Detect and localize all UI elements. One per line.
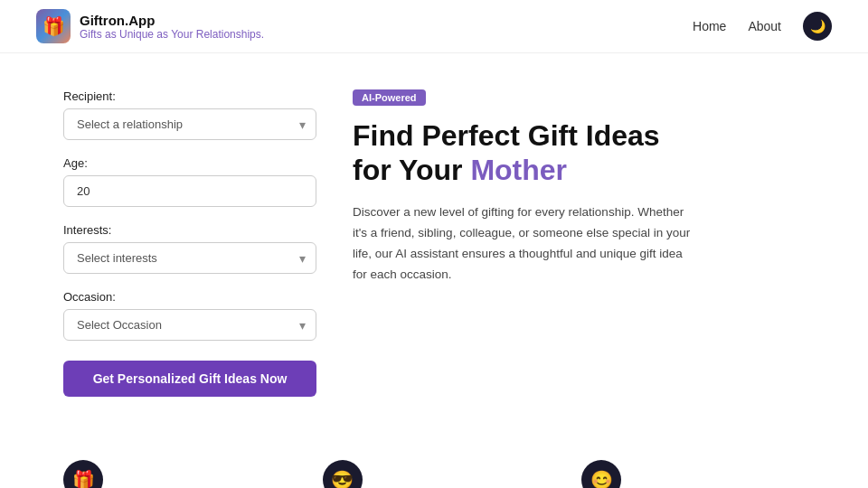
hero-heading-line1: Find Perfect Gift Ideas	[353, 119, 660, 152]
brand-subtitle: Gifts as Unique as Your Relationships.	[80, 28, 264, 41]
feature-item-2: 😊 Delightful Surprises Every Time Elevat…	[581, 460, 805, 488]
occasion-select-wrapper: Select Occasion Birthday Christmas Anniv…	[63, 309, 316, 341]
occasion-label: Occasion:	[63, 290, 316, 304]
form-panel: Recipient: Select a relationship Mother …	[63, 89, 316, 397]
hero-heading-line2-plain: for Your	[353, 154, 470, 186]
features-section: 🎁 Personalized Gift Recommendations Disc…	[27, 442, 841, 488]
recipient-group: Recipient: Select a relationship Mother …	[63, 89, 316, 140]
age-label: Age:	[63, 156, 316, 170]
brand-title: Giftron.App	[80, 13, 264, 28]
navbar: 🎁 Giftron.App Gifts as Unique as Your Re…	[0, 0, 868, 53]
nav-links: Home About 🌙	[693, 12, 832, 41]
interests-select-wrapper: Select interests Reading Cooking Travel …	[63, 242, 316, 274]
interests-group: Interests: Select interests Reading Cook…	[63, 223, 316, 274]
brand: 🎁 Giftron.App Gifts as Unique as Your Re…	[36, 9, 264, 43]
hero-heading: Find Perfect Gift Ideas for Your Mother	[353, 118, 805, 188]
main-content: Recipient: Select a relationship Mother …	[27, 53, 841, 415]
recipient-label: Recipient:	[63, 89, 316, 103]
recipient-select[interactable]: Select a relationship Mother Father Sibl…	[63, 108, 316, 140]
hero-panel: AI-Powered Find Perfect Gift Ideas for Y…	[353, 89, 805, 397]
dark-mode-toggle[interactable]: 🌙	[803, 12, 832, 41]
cta-button[interactable]: Get Personalized Gift Ideas Now	[63, 361, 316, 397]
feature-icon-1: 😎	[323, 460, 363, 488]
age-input[interactable]	[63, 175, 316, 207]
nav-home[interactable]: Home	[693, 19, 726, 33]
feature-item-0: 🎁 Personalized Gift Recommendations Disc…	[63, 460, 287, 488]
feature-icon-2: 😊	[581, 460, 621, 488]
nav-about[interactable]: About	[748, 19, 781, 33]
logo-emoji: 🎁	[42, 15, 65, 37]
interests-label: Interests:	[63, 223, 316, 237]
hero-heading-accent: Mother	[470, 154, 567, 186]
ai-badge: AI-Powered	[353, 89, 426, 106]
brand-logo: 🎁	[36, 9, 71, 43]
age-group: Age:	[63, 156, 316, 207]
hero-description: Discover a new level of gifting for ever…	[353, 202, 696, 286]
feature-item-1: 😎 Stress-Free Gift Selection Say goodbye…	[323, 460, 546, 488]
occasion-group: Occasion: Select Occasion Birthday Chris…	[63, 290, 316, 341]
recipient-select-wrapper: Select a relationship Mother Father Sibl…	[63, 108, 316, 140]
feature-icon-0: 🎁	[63, 460, 103, 488]
occasion-select[interactable]: Select Occasion Birthday Christmas Anniv…	[63, 309, 316, 341]
interests-select[interactable]: Select interests Reading Cooking Travel …	[63, 242, 316, 274]
